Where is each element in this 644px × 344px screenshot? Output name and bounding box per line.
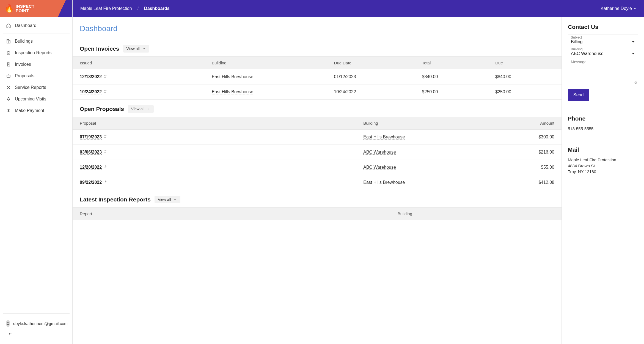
col-proposal: Proposal <box>73 117 356 130</box>
section-header-open-proposals: Open Proposals View all <box>73 100 562 117</box>
breadcrumb: Maple Leaf Fire Protection / Dashboards <box>80 6 170 11</box>
due: $250.00 <box>488 84 562 100</box>
collapse-sidebar-button[interactable] <box>3 330 70 339</box>
arrow-right-icon <box>173 198 177 201</box>
invoice-link[interactable]: 12/13/2022 <box>80 74 102 79</box>
svg-point-10 <box>7 322 9 323</box>
breadcrumb-separator: / <box>137 6 139 11</box>
message-textarea[interactable]: Message <box>568 58 638 84</box>
amount: $216.00 <box>493 145 562 160</box>
caret-down-icon <box>634 7 636 10</box>
tools-icon <box>6 85 11 90</box>
briefcase-icon <box>6 73 11 78</box>
nav-label: Service Reports <box>15 85 46 90</box>
open-invoices-table: Issued Building Due Date Total Due 12/13… <box>73 56 562 100</box>
mail-block: Mail Maple Leaf Fire Protection 4884 Bro… <box>568 146 638 175</box>
building-select[interactable]: Building ABC Warehouse <box>568 46 638 58</box>
view-all-label: View all <box>131 107 144 111</box>
user-name: Katherine Doyle <box>601 6 632 11</box>
contact-title: Contact Us <box>568 24 638 30</box>
col-total: Total <box>415 57 488 69</box>
arrow-right-icon <box>147 108 150 110</box>
nav: Dashboard Buildings Inspection Reports I… <box>0 17 72 313</box>
phone-value: 518-555-5555 <box>568 126 638 132</box>
view-all-invoices-button[interactable]: View all <box>123 45 149 53</box>
due-date: 01/12/2023 <box>327 69 415 84</box>
mail-line: Maple Leaf Fire Protection <box>568 157 638 163</box>
svg-rect-0 <box>7 39 9 43</box>
nav-inspection-reports[interactable]: Inspection Reports <box>0 47 72 59</box>
table-row: 07/19/2023East Hills Brewhouse$300.00 <box>73 130 562 145</box>
nav-buildings[interactable]: Buildings <box>0 36 72 47</box>
nav-label: Buildings <box>15 39 33 44</box>
building-link[interactable]: ABC Warehouse <box>363 165 396 170</box>
page-body: Dashboard Open Invoices View all Issued … <box>73 17 562 344</box>
send-label: Send <box>573 92 584 97</box>
nav-label: Dashboard <box>15 23 36 28</box>
pin-icon <box>6 97 11 102</box>
nav-invoices[interactable]: Invoices <box>0 59 72 70</box>
field-value: Billing <box>571 39 583 44</box>
nav-upcoming-visits[interactable]: Upcoming Visits <box>0 93 72 105</box>
col-building: Building <box>356 117 493 130</box>
total: $840.00 <box>415 69 488 84</box>
due-date: 10/24/2022 <box>327 84 415 100</box>
breadcrumb-org[interactable]: Maple Leaf Fire Protection <box>80 6 132 11</box>
svg-rect-1 <box>9 41 10 43</box>
col-amount: Amount <box>493 117 562 130</box>
chevron-down-icon <box>632 40 635 43</box>
latest-reports-table: Report Building <box>73 207 562 220</box>
contact-panel: Contact Us Subject Billing Building ABC … <box>562 17 644 344</box>
section-title: Open Invoices <box>80 45 119 52</box>
collapse-icon <box>8 332 13 336</box>
building-link[interactable]: ABC Warehouse <box>363 150 396 155</box>
home-icon <box>6 23 11 28</box>
field-label: Subject <box>571 36 635 39</box>
user-menu[interactable]: Katherine Doyle <box>601 6 636 11</box>
building-link[interactable]: East Hills Brewhouse <box>212 74 253 79</box>
view-all-label: View all <box>158 197 171 202</box>
clipboard-icon <box>6 50 11 55</box>
topbar: Maple Leaf Fire Protection / Dashboards … <box>73 0 644 17</box>
amount: $300.00 <box>493 130 562 145</box>
nav-make-payment[interactable]: Make Payment <box>0 105 72 116</box>
proposal-link[interactable]: 09/22/2022 <box>80 180 102 185</box>
arrow-right-icon <box>142 47 146 50</box>
breadcrumb-current: Dashboards <box>144 6 169 11</box>
building-link[interactable]: East Hills Brewhouse <box>212 89 253 94</box>
nav-service-reports[interactable]: Service Reports <box>0 82 72 93</box>
mail-line: 4884 Brown St. <box>568 163 638 169</box>
chevron-down-icon <box>632 52 635 55</box>
avatar-icon <box>6 320 10 327</box>
buildings-icon <box>6 39 11 44</box>
sidebar-footer: doyle.katherinem@gmail.com <box>3 313 70 344</box>
section-title: Latest Inspection Reports <box>80 196 151 203</box>
subject-select[interactable]: Subject Billing <box>568 34 638 46</box>
send-button[interactable]: Send <box>568 89 589 101</box>
col-due-date: Due Date <box>327 57 415 69</box>
sidebar-user[interactable]: doyle.katherinem@gmail.com <box>3 316 70 330</box>
invoice-icon <box>6 62 11 67</box>
col-building: Building <box>390 208 562 220</box>
building-link[interactable]: East Hills Brewhouse <box>363 135 405 140</box>
sidebar: 🔥 INSPECT POINT Dashboard Buildings Insp… <box>0 0 73 344</box>
amount: $55.00 <box>493 160 562 175</box>
proposal-link[interactable]: 12/20/2022 <box>80 165 102 170</box>
view-all-proposals-button[interactable]: View all <box>128 105 154 113</box>
invoice-link[interactable]: 10/24/2022 <box>80 89 102 94</box>
proposal-link[interactable]: 07/19/2023 <box>80 135 102 140</box>
nav-label: Proposals <box>15 73 34 78</box>
col-due: Due <box>488 57 562 69</box>
building-link[interactable]: East Hills Brewhouse <box>363 180 405 185</box>
amount: $412.08 <box>493 175 562 190</box>
logo: 🔥 INSPECT POINT <box>0 0 72 17</box>
nav-proposals[interactable]: Proposals <box>0 70 72 82</box>
due: $840.00 <box>488 69 562 84</box>
view-all-reports-button[interactable]: View all <box>155 196 180 203</box>
col-report: Report <box>73 208 390 220</box>
proposal-link[interactable]: 03/06/2023 <box>80 150 102 155</box>
user-email: doyle.katherinem@gmail.com <box>13 321 68 326</box>
field-label: Building <box>571 47 635 51</box>
nav-dashboard[interactable]: Dashboard <box>0 20 72 31</box>
logo-text: INSPECT POINT <box>16 4 35 13</box>
